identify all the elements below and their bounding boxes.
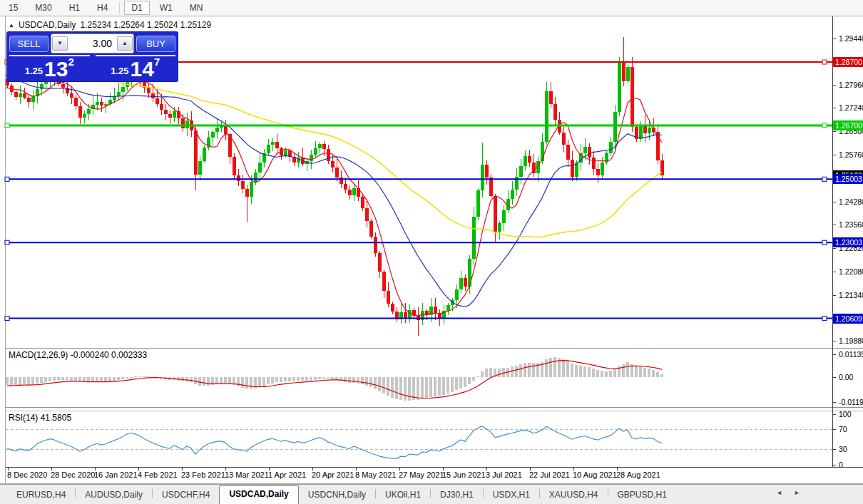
macd-values: -0.000240 0.002333 bbox=[71, 350, 147, 360]
tab-usdcnh-daily[interactable]: USDCNH,Daily bbox=[299, 487, 375, 504]
trade-panel-controls: SELL ▼ 3.00 ▲ BUY bbox=[9, 34, 175, 53]
date-tick-label: 27 May 2021 bbox=[399, 470, 444, 479]
macd-histogram bbox=[6, 357, 663, 401]
line-handle[interactable] bbox=[822, 240, 827, 245]
tab-xauusd-h4[interactable]: XAUUSD,H4 bbox=[540, 487, 608, 504]
collapse-chart-icon[interactable]: ▲ bbox=[9, 22, 14, 29]
price-tick-label: 1.27240 bbox=[839, 103, 863, 112]
buy-price-prefix: 1.25 bbox=[111, 66, 128, 76]
date-tick-label: 16 Jan 2021 bbox=[94, 470, 138, 479]
rsi-indicator-label: RSI(14) 41.5805 bbox=[9, 413, 71, 423]
date-tick-label: 23 Feb 2021 bbox=[181, 470, 225, 479]
date-tick-label: 15 Jun 2021 bbox=[442, 470, 486, 479]
sell-price-display[interactable]: 1.25 13 2 bbox=[9, 55, 90, 79]
macd-indicator-label: MACD(12,26,9) -0.000240 0.002333 bbox=[9, 350, 147, 360]
tab-usdcad-daily[interactable]: USDCAD,Daily bbox=[219, 485, 298, 504]
rsi-axis-label: 30 bbox=[839, 445, 847, 453]
rsi-name: RSI(14) bbox=[9, 413, 38, 423]
level-price-tag-1.25003: 1.25003 bbox=[833, 174, 863, 184]
tab-scroll-right-icon[interactable]: ► bbox=[794, 489, 800, 496]
level-price-tag-1.26700: 1.26700 bbox=[833, 120, 863, 130]
rsi-axis-label: 70 bbox=[839, 425, 847, 433]
volume-input[interactable]: 3.00 bbox=[68, 38, 117, 49]
price-tick-label: 1.19880 bbox=[839, 336, 863, 345]
line-handle[interactable] bbox=[5, 317, 9, 321]
tab-dj30-h1[interactable]: DJ30,H1 bbox=[431, 487, 483, 504]
line-handle[interactable] bbox=[822, 177, 827, 181]
price-tick-label: 1.23560 bbox=[839, 220, 863, 229]
tab-usdx-h1[interactable]: USDX,H1 bbox=[484, 487, 539, 504]
date-tick-label: 22 Jul 2021 bbox=[529, 470, 570, 479]
sell-button[interactable]: SELL bbox=[9, 36, 48, 52]
buy-price-big: 14 bbox=[131, 60, 154, 78]
macd-name: MACD(12,26,9) bbox=[9, 350, 68, 360]
date-tick-label: 4 Feb 2021 bbox=[138, 470, 178, 479]
metatrader-app: 15M30H1H4D1W1MN 1.294401.279601.272401.2… bbox=[0, 0, 863, 504]
date-tick-label: 1 Apr 2021 bbox=[268, 470, 306, 479]
rsi-axis-label: 100 bbox=[839, 410, 852, 418]
macd-axis-label: 0.00 bbox=[839, 373, 854, 381]
price-tick-label: 1.25760 bbox=[839, 150, 863, 159]
one-click-trading-panel: SELL ▼ 3.00 ▲ BUY 1.25 13 2 1.25 14 7 bbox=[7, 32, 178, 81]
sell-price-prefix: 1.25 bbox=[25, 66, 43, 76]
chart-symbol-label: USDCAD,Daily bbox=[19, 20, 76, 30]
rsi-line bbox=[7, 426, 662, 458]
tab-usdchf-h4[interactable]: USDCHF,H4 bbox=[153, 487, 219, 504]
date-tick-label: 13 Mar 2021 bbox=[225, 470, 269, 479]
date-tick-label: 28 Dec 2020 bbox=[51, 470, 95, 479]
volume-increase-button[interactable]: ▲ bbox=[117, 36, 133, 51]
line-handle[interactable] bbox=[822, 60, 827, 64]
chart-tabs-bar: EURUSD,H4AUDUSD,DailyUSDCHF,H4USDCAD,Dai… bbox=[0, 484, 863, 504]
buy-price-display[interactable]: 1.25 14 7 bbox=[96, 55, 176, 79]
buy-price-pip: 7 bbox=[154, 56, 160, 68]
tab-scroll-arrows: ◄ ► bbox=[776, 489, 800, 496]
price-tick-label: 1.22080 bbox=[839, 267, 863, 276]
date-tick-label: 3 Jul 2021 bbox=[486, 470, 522, 479]
tab-gbpusd-h1[interactable]: GBPUSD,H1 bbox=[608, 487, 676, 504]
tab-eurusd-h4[interactable]: EURUSD,H4 bbox=[7, 487, 75, 504]
tab-ukoil-h1[interactable]: UKOil,H1 bbox=[376, 487, 430, 504]
level-price-tag-1.20609: 1.20609 bbox=[833, 314, 863, 324]
date-tick-label: 10 Aug 2021 bbox=[573, 470, 617, 479]
sell-price-big: 13 bbox=[44, 60, 68, 78]
price-tick-label: 1.21340 bbox=[839, 291, 863, 299]
line-handle[interactable] bbox=[5, 240, 9, 245]
line-handle[interactable] bbox=[5, 177, 9, 181]
line-handle[interactable] bbox=[822, 317, 827, 321]
level-price-tag-1.23003: 1.23003 bbox=[833, 237, 863, 247]
date-tick-label: 8 May 2021 bbox=[355, 470, 396, 479]
volume-decrease-button[interactable]: ▼ bbox=[52, 36, 68, 51]
tab-scroll-left-icon[interactable]: ◄ bbox=[776, 489, 782, 496]
volume-spinner: ▼ 3.00 ▲ bbox=[51, 34, 134, 53]
tab-audusd-daily[interactable]: AUDUSD,Daily bbox=[76, 487, 152, 504]
macd-axis-label: 0.01135 bbox=[839, 350, 863, 359]
date-tick-label: 28 Aug 2021 bbox=[616, 470, 660, 479]
macd-axis-label: -0.01190 bbox=[839, 398, 863, 406]
level-price-tag-1.28700: 1.28700 bbox=[833, 57, 863, 67]
sell-price-pip: 2 bbox=[68, 56, 73, 68]
rsi-value: 41.5805 bbox=[41, 413, 71, 423]
chart-title: ▲ USDCAD,Daily 1.25234 1.25264 1.25024 1… bbox=[9, 20, 211, 30]
price-tick-label: 1.29440 bbox=[839, 34, 863, 43]
candlestick-series bbox=[6, 37, 664, 336]
line-handle[interactable] bbox=[822, 123, 827, 128]
price-tick-label: 1.27960 bbox=[839, 81, 863, 89]
date-tick-label: 8 Dec 2020 bbox=[7, 470, 47, 479]
date-tick-label: 20 Apr 2021 bbox=[312, 470, 354, 479]
buy-button[interactable]: BUY bbox=[136, 36, 175, 52]
fast-ma-line bbox=[0, 80, 662, 316]
chart-ohlc-values: 1.25234 1.25264 1.25024 1.25129 bbox=[81, 20, 212, 30]
trade-panel-prices: 1.25 13 2 1.25 14 7 bbox=[9, 55, 175, 79]
price-tick-label: 1.24280 bbox=[839, 197, 863, 206]
line-handle[interactable] bbox=[5, 123, 9, 128]
